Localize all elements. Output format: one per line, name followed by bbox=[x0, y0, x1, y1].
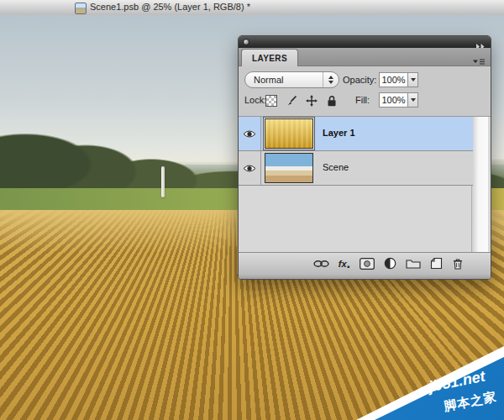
opacity-dropdown-button[interactable] bbox=[408, 72, 418, 87]
layers-panel: LAYERS Normal Opacity: 100% Lock: bbox=[238, 35, 491, 280]
panel-titlebar[interactable] bbox=[239, 36, 491, 48]
photo-pole bbox=[161, 166, 165, 197]
layer-row-scene[interactable]: Scene bbox=[239, 151, 473, 186]
screenshot-root: Scene1.psb @ 25% (Layer 1, RGB/8) * LAYE… bbox=[0, 0, 504, 420]
panel-tabbar: LAYERS bbox=[239, 48, 491, 66]
delete-layer-trash-icon[interactable] bbox=[452, 256, 464, 271]
document-icon bbox=[75, 3, 87, 14]
layer-list: Layer 1 Scene bbox=[239, 116, 491, 253]
layer-name[interactable]: Scene bbox=[323, 162, 349, 172]
visibility-eye-icon[interactable] bbox=[239, 151, 261, 185]
fill-field[interactable]: 100% bbox=[379, 92, 408, 108]
opacity-field[interactable]: 100% bbox=[379, 72, 408, 87]
new-layer-icon[interactable] bbox=[430, 256, 443, 271]
lock-all-icon[interactable] bbox=[324, 93, 339, 108]
blend-mode-spinner-icon bbox=[323, 72, 339, 87]
new-group-folder-icon[interactable] bbox=[406, 256, 421, 271]
fill-dropdown-button[interactable] bbox=[408, 92, 418, 108]
visibility-eye-icon[interactable] bbox=[239, 117, 261, 150]
close-icon[interactable] bbox=[243, 39, 249, 45]
tab-layers[interactable]: LAYERS bbox=[241, 49, 298, 67]
window-title: Scene1.psb @ 25% (Layer 1, RGB/8) * bbox=[90, 2, 250, 12]
lock-transparency-icon[interactable] bbox=[264, 93, 278, 108]
layer-thumbnail[interactable] bbox=[265, 118, 313, 149]
blend-mode-select[interactable]: Normal bbox=[244, 71, 339, 88]
fill-label: Fill: bbox=[355, 95, 370, 105]
panel-bottom-edge bbox=[239, 274, 491, 279]
layer-thumbnail[interactable] bbox=[265, 153, 313, 183]
link-layers-icon[interactable] bbox=[313, 256, 329, 271]
add-layer-mask-icon[interactable] bbox=[360, 256, 375, 271]
opacity-label: Opacity: bbox=[343, 75, 376, 85]
scrollbar-track[interactable] bbox=[471, 117, 488, 253]
window-titlebar[interactable]: Scene1.psb @ 25% (Layer 1, RGB/8) * bbox=[0, 0, 504, 16]
layer-row-layer1[interactable]: Layer 1 bbox=[239, 117, 473, 151]
tab-layers-label: LAYERS bbox=[252, 54, 287, 63]
adjustment-layer-icon[interactable] bbox=[384, 256, 396, 271]
panel-bottom-bar: fx. bbox=[239, 252, 491, 274]
lock-position-move-icon[interactable] bbox=[304, 93, 318, 108]
layer-style-fx-icon[interactable]: fx. bbox=[339, 256, 350, 271]
blend-mode-value: Normal bbox=[245, 75, 323, 85]
layer-name[interactable]: Layer 1 bbox=[323, 128, 355, 138]
lock-buttons bbox=[264, 93, 339, 108]
lock-pixels-brush-icon[interactable] bbox=[284, 93, 298, 108]
panel-controls: Normal Opacity: 100% Lock: bbox=[239, 66, 491, 116]
